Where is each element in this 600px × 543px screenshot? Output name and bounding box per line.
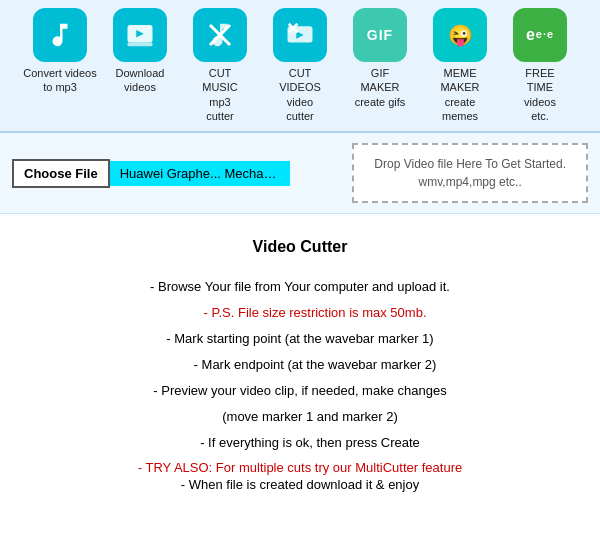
nav-item-free-time[interactable]: e e·e FREETIMEvideosetc. xyxy=(502,8,578,123)
nav-label-cut-music: CUTMUSICmp3cutter xyxy=(202,66,237,123)
nav-label-free-time: FREETIMEvideosetc. xyxy=(524,66,556,123)
nav-label-download-videos: Downloadvideos xyxy=(116,66,165,95)
nav-label-meme-maker: MEMEMAKERcreatememes xyxy=(440,66,479,123)
nav-item-download-videos[interactable]: Downloadvideos xyxy=(102,8,178,95)
nav-item-cut-videos[interactable]: CUTVIDEOSvideocutter xyxy=(262,8,338,123)
instruction-line-7: - If everything is ok, then press Create xyxy=(40,430,560,456)
drop-zone-line2: wmv,mp4,mpg etc.. xyxy=(419,175,522,189)
instruction-line-5: - Preview your video clip, if needed, ma… xyxy=(40,378,560,404)
nav-item-gif-maker[interactable]: GIF GIFMAKERcreate gifs xyxy=(342,8,418,109)
choose-file-button[interactable]: Choose File xyxy=(12,159,110,188)
nav-label-convert-mp3: Convert videos to mp3 xyxy=(22,66,98,95)
drop-zone[interactable]: Drop Video file Here To Get Started. wmv… xyxy=(352,143,588,203)
gif-maker-icon: GIF xyxy=(353,8,407,62)
cut-music-icon xyxy=(193,8,247,62)
main-content: Video Cutter - Browse Your file from You… xyxy=(0,214,600,512)
video-cutter-title: Video Cutter xyxy=(40,238,560,256)
meme-maker-icon: 😜 xyxy=(433,8,487,62)
convert-mp3-icon xyxy=(33,8,87,62)
instruction-line-1: - Browse Your file from Your computer an… xyxy=(40,274,560,300)
file-input-row: Choose File Huawei Graphe... Mechanism.m… xyxy=(0,133,600,214)
instruction-line-6: (move marker 1 and marker 2) xyxy=(40,404,560,430)
cut-videos-icon xyxy=(273,8,327,62)
instruction-line-2: - P.S. File size restriction is max 50mb… xyxy=(40,300,560,326)
nav-item-convert-mp3[interactable]: Convert videos to mp3 xyxy=(22,8,98,95)
download-videos-icon xyxy=(113,8,167,62)
drop-zone-line1: Drop Video file Here To Get Started. xyxy=(374,157,566,171)
try-also-line: - TRY ALSO: For multiple cuts try our Mu… xyxy=(40,460,560,475)
svg-rect-2 xyxy=(128,43,153,47)
instruction-line-4: - Mark endpoint (at the wavebar marker 2… xyxy=(40,352,560,378)
last-line: - When file is created download it & enj… xyxy=(40,477,560,492)
file-name-display: Huawei Graphe... Mechanism.mp4 xyxy=(110,161,290,186)
instructions-block: - Browse Your file from Your computer an… xyxy=(40,274,560,456)
instruction-line-3: - Mark starting point (at the wavebar ma… xyxy=(40,326,560,352)
nav-item-cut-music[interactable]: CUTMUSICmp3cutter xyxy=(182,8,258,123)
top-navigation: Convert videos to mp3 Downloadvideos CUT… xyxy=(0,0,600,133)
nav-label-gif-maker: GIFMAKERcreate gifs xyxy=(355,66,406,109)
nav-item-meme-maker[interactable]: 😜 MEMEMAKERcreatememes xyxy=(422,8,498,123)
free-time-icon: e e·e xyxy=(513,8,567,62)
nav-label-cut-videos: CUTVIDEOSvideocutter xyxy=(279,66,321,123)
